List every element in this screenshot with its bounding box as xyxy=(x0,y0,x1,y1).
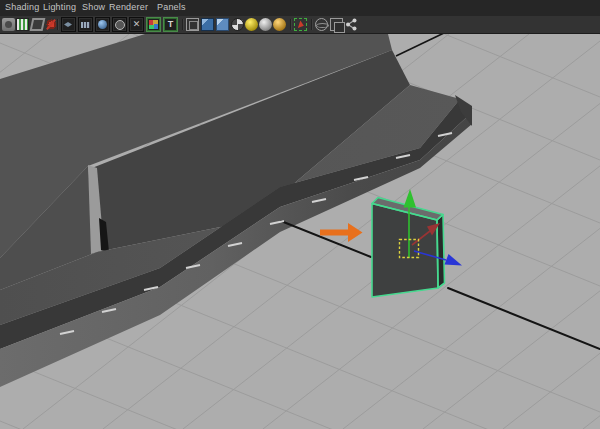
maya-viewport-panel: Shading Lighting Show Renderer Panels ✕ … xyxy=(0,0,600,429)
isolate-select-icon[interactable] xyxy=(294,18,307,31)
toolbar-separator xyxy=(182,19,183,30)
shaded-cube-icon[interactable] xyxy=(201,18,214,31)
wireframe-cube-icon[interactable] xyxy=(186,18,199,31)
mesh-display-button[interactable] xyxy=(61,17,76,32)
plugin-share-icon[interactable] xyxy=(345,18,358,31)
viewport-canvas[interactable] xyxy=(0,0,600,429)
cross-display-button[interactable]: ✕ xyxy=(129,17,144,32)
panel-menubar: Shading Lighting Show Renderer Panels xyxy=(0,0,600,16)
film-strip-display-button[interactable] xyxy=(78,17,93,32)
sphere-shade-button[interactable] xyxy=(95,17,110,32)
toolbar-separator xyxy=(290,19,291,30)
xray-sphere-icon[interactable] xyxy=(315,18,328,31)
menu-shading[interactable]: Shading xyxy=(5,2,39,12)
film-gate-icon[interactable] xyxy=(30,18,46,31)
toolbar-separator xyxy=(57,19,58,30)
checker-material-icon[interactable] xyxy=(231,18,244,31)
panel-toolbar: ✕ T xyxy=(0,16,600,34)
grid-toggle-icon[interactable] xyxy=(16,18,29,31)
textured-cube-icon[interactable] xyxy=(216,18,229,31)
text-display-button[interactable]: T xyxy=(163,17,178,32)
select-camera-icon[interactable] xyxy=(2,18,15,31)
menu-show[interactable]: Show xyxy=(82,2,105,12)
specular-light-icon[interactable] xyxy=(273,18,286,31)
circle-default-button[interactable] xyxy=(112,17,127,32)
toolbar-separator xyxy=(311,19,312,30)
textured-display-button[interactable] xyxy=(146,17,161,32)
overlap-view-icon[interactable] xyxy=(330,18,343,31)
menu-renderer[interactable]: Renderer xyxy=(109,2,148,12)
all-lights-icon[interactable] xyxy=(245,18,258,31)
menu-lighting[interactable]: Lighting xyxy=(43,2,76,12)
menu-panels[interactable]: Panels xyxy=(157,2,186,12)
flat-light-icon[interactable] xyxy=(259,18,272,31)
